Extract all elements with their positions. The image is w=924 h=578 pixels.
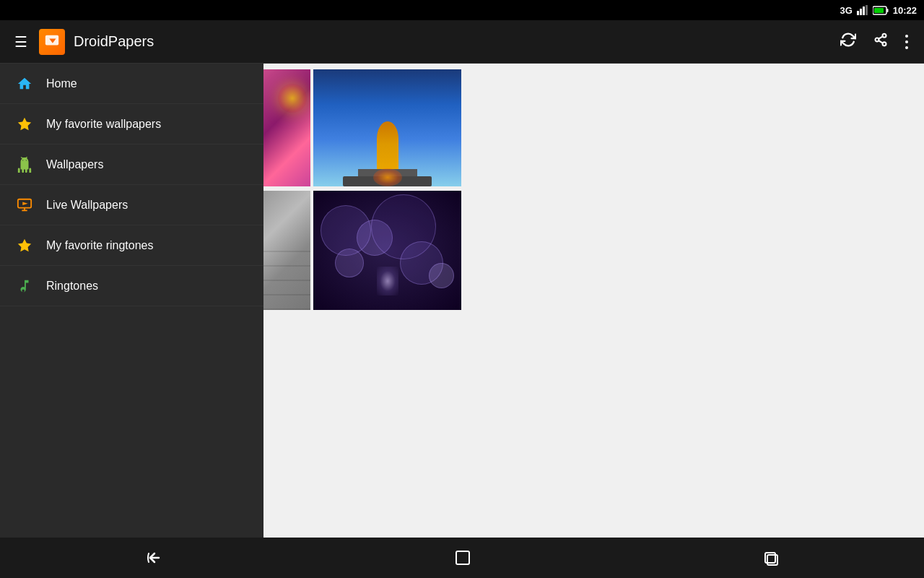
status-bar: 3G 10:22 (0, 0, 924, 20)
android-icon (14, 155, 35, 175)
svg-rect-0 (857, 11, 859, 15)
home-icon (14, 74, 35, 94)
home-button[interactable] (439, 543, 487, 573)
svg-rect-6 (874, 8, 884, 13)
image-thumbnail-bokeh[interactable] (313, 191, 461, 310)
star-icon-fav-wallpapers (14, 114, 35, 134)
svg-rect-18 (456, 551, 469, 564)
network-indicator: 3G (840, 5, 852, 16)
app-bar-actions (833, 26, 915, 57)
sidebar-item-my-favorite-wallpapers[interactable]: My favorite wallpapers (0, 104, 263, 144)
svg-rect-3 (866, 5, 868, 15)
app-bar: ☰ DroidPapers (0, 20, 924, 64)
sidebar-item-live-wallpapers-label: Live Wallpapers (46, 199, 128, 212)
back-button[interactable] (130, 543, 179, 572)
svg-rect-1 (860, 9, 862, 15)
bottom-nav (0, 538, 924, 578)
sidebar-item-wallpapers[interactable]: Wallpapers (0, 144, 263, 185)
svg-marker-15 (22, 202, 27, 205)
app-title: DroidPapers (74, 33, 833, 50)
sidebar-item-live-wallpapers[interactable]: Live Wallpapers (0, 185, 263, 225)
svg-line-12 (879, 40, 883, 43)
recents-button[interactable] (746, 543, 794, 573)
sidebar-item-ringtones-label: Ringtones (46, 280, 98, 293)
sidebar-item-home[interactable]: Home (0, 64, 263, 104)
image-row-1 (263, 69, 924, 186)
live-wallpapers-icon (14, 195, 35, 215)
signal-icon (857, 5, 868, 15)
app-logo (39, 29, 65, 55)
svg-rect-5 (886, 9, 888, 12)
svg-line-13 (879, 36, 883, 38)
sidebar: Home My favorite wallpapers Wallpapers (0, 64, 263, 538)
share-button[interactable] (866, 26, 895, 57)
image-thumbnail-rocket[interactable] (313, 69, 461, 186)
star-icon-fav-ringtones (14, 236, 35, 256)
more-options-button[interactable] (898, 29, 915, 55)
content-area[interactable] (263, 64, 924, 538)
battery-icon (873, 6, 889, 15)
dot2 (905, 40, 908, 43)
music-note-icon (14, 276, 35, 296)
refresh-button[interactable] (833, 26, 863, 57)
image-thumbnail-pink[interactable] (263, 69, 310, 186)
sidebar-item-wallpapers-label: Wallpapers (46, 158, 103, 171)
main-container: Home My favorite wallpapers Wallpapers (0, 64, 924, 538)
image-row-2 (263, 191, 924, 310)
image-thumbnail-stairs[interactable] (263, 191, 310, 310)
sidebar-item-my-favorite-ringtones[interactable]: My favorite ringtones (0, 225, 263, 266)
dot3 (905, 46, 908, 49)
hamburger-menu-button[interactable]: ☰ (9, 27, 33, 56)
dot1 (905, 35, 908, 38)
sidebar-item-fav-ringtones-label: My favorite ringtones (46, 239, 154, 252)
sidebar-item-fav-wallpapers-label: My favorite wallpapers (46, 118, 161, 131)
sidebar-item-home-label: Home (46, 77, 77, 90)
sidebar-item-ringtones[interactable]: Ringtones (0, 266, 263, 306)
svg-rect-2 (863, 7, 865, 15)
clock: 10:22 (893, 5, 917, 16)
